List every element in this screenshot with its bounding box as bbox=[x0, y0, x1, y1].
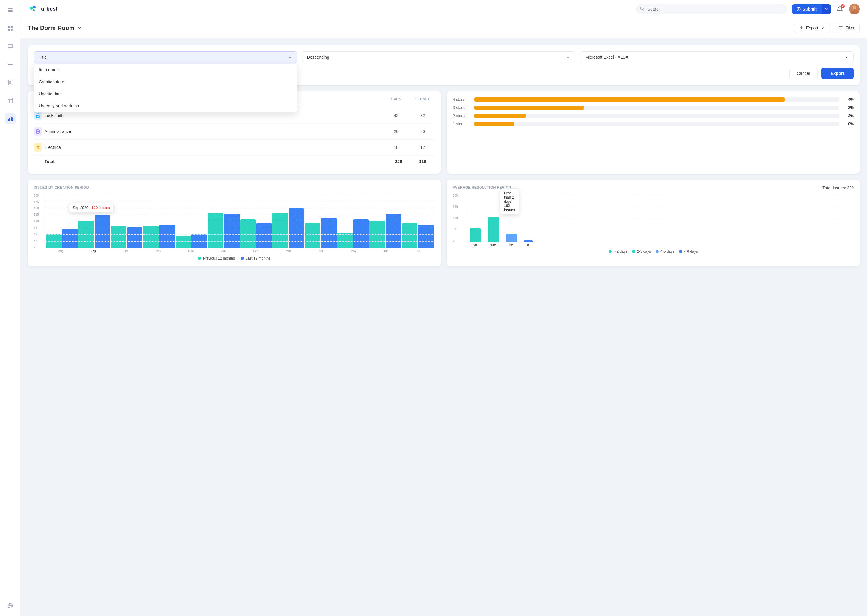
notifications-button[interactable]: 2 bbox=[834, 4, 845, 14]
res-bar-2 bbox=[488, 217, 499, 242]
legend-label-prev: Previous 12 months bbox=[203, 256, 235, 261]
x-label-Dec: Dec bbox=[175, 249, 207, 253]
property-title[interactable]: The Dorm Room bbox=[28, 25, 82, 31]
bar-last-Feb[interactable] bbox=[256, 223, 272, 248]
y-label-200: 200 bbox=[34, 194, 39, 197]
logo-text: urbest bbox=[41, 6, 57, 12]
bar-last-Jan[interactable] bbox=[224, 214, 240, 248]
filter-label: Filter bbox=[845, 25, 854, 30]
table-row: Electrical 18 12 bbox=[34, 140, 435, 156]
export-label: Export bbox=[806, 25, 818, 30]
total-label: Total: bbox=[34, 159, 386, 164]
sort-option-update-date[interactable]: Update date bbox=[34, 88, 297, 100]
bar-prev-Jul[interactable] bbox=[402, 223, 418, 248]
filter-button[interactable]: Filter bbox=[834, 23, 860, 33]
sort-label: Title bbox=[39, 55, 47, 60]
chevron-up-icon bbox=[288, 55, 292, 59]
bar-group-Jan bbox=[208, 213, 239, 248]
svg-rect-6 bbox=[11, 28, 13, 31]
bar-last-Jul[interactable] bbox=[418, 225, 434, 248]
svg-point-28 bbox=[33, 9, 35, 11]
issues-chart-area: 200 175 150 125 100 75 50 25 0 bbox=[34, 194, 435, 253]
res-bar-group-3 bbox=[506, 234, 517, 242]
bar-last-Sep[interactable] bbox=[95, 215, 110, 248]
legend-last: Last 12 months bbox=[241, 256, 270, 261]
bar-prev-Feb[interactable] bbox=[240, 219, 256, 248]
submit-arrow[interactable] bbox=[821, 4, 831, 14]
y-label-100: 100 bbox=[34, 220, 39, 223]
sidebar-item-messages[interactable] bbox=[5, 41, 16, 52]
svg-rect-18 bbox=[8, 119, 9, 121]
bar-prev-Oct[interactable] bbox=[111, 226, 126, 248]
cancel-button[interactable]: Cancel bbox=[789, 68, 818, 79]
bar-prev-May[interactable] bbox=[337, 233, 353, 248]
sort-option-item-name[interactable]: Item name bbox=[34, 64, 297, 76]
search-icon bbox=[640, 6, 644, 11]
bar-chart-area: Sep 2020 - 100 issues bbox=[44, 194, 435, 248]
star-bar-1 bbox=[474, 122, 839, 126]
row-icon-admin bbox=[34, 127, 42, 136]
sidebar-item-analytics[interactable] bbox=[5, 113, 16, 124]
bar-last-Oct[interactable] bbox=[127, 227, 143, 248]
sort-option-creation-date[interactable]: Creation date bbox=[34, 76, 297, 88]
bar-last-Jun[interactable] bbox=[386, 214, 401, 248]
submit-button[interactable]: Submit bbox=[792, 4, 831, 14]
res-y-labels: 200 150 100 50 0 bbox=[453, 194, 458, 242]
export-button[interactable]: Export bbox=[794, 23, 830, 33]
sidebar-item-invoice[interactable] bbox=[5, 77, 16, 88]
format-dropdown[interactable]: Microsoft Excel - XLSX bbox=[580, 52, 854, 63]
content: Title Item name Creation date Update dat… bbox=[20, 38, 867, 616]
bar-group-Jul bbox=[402, 223, 434, 248]
bar-group-Oct bbox=[111, 226, 142, 248]
sidebar-item-globe[interactable] bbox=[5, 600, 16, 611]
bar-prev-Mar[interactable] bbox=[273, 213, 288, 248]
notif-badge: 2 bbox=[840, 4, 845, 8]
sidebar-item-menu[interactable] bbox=[5, 5, 16, 16]
res-y-0: 0 bbox=[453, 239, 458, 242]
row-icon-electrical bbox=[34, 143, 42, 152]
bar-prev-Jan[interactable] bbox=[208, 213, 223, 248]
bar-last-May[interactable] bbox=[353, 219, 369, 248]
page-header: The Dorm Room Export Filter bbox=[20, 18, 867, 38]
bar-prev-Jun[interactable] bbox=[369, 221, 385, 248]
sort-dropdown[interactable]: Title bbox=[34, 52, 297, 63]
total-open: 226 bbox=[386, 159, 411, 164]
bar-prev-Aug[interactable] bbox=[46, 234, 62, 248]
bar-prev-Apr[interactable] bbox=[305, 223, 320, 248]
order-dropdown[interactable]: Descending bbox=[302, 52, 575, 63]
bar-last-Dec[interactable] bbox=[191, 234, 207, 248]
row-open-admin: 20 bbox=[384, 129, 408, 134]
svg-rect-20 bbox=[11, 117, 12, 121]
bar-last-Mar[interactable] bbox=[289, 209, 304, 248]
res-y-100: 100 bbox=[453, 217, 458, 220]
res-bar-group-2: Less than 2 days102 issues bbox=[488, 217, 499, 242]
search-input[interactable] bbox=[637, 4, 787, 14]
filter-icon bbox=[839, 26, 843, 30]
col-closed: Closed bbox=[411, 97, 435, 101]
bar-prev-Nov[interactable] bbox=[143, 226, 159, 248]
bar-last-Apr[interactable] bbox=[321, 218, 337, 248]
col-open: Open bbox=[384, 97, 408, 101]
res-chart-area: 200 150 100 50 0 bbox=[453, 194, 854, 247]
star-pct-3: 2% bbox=[843, 105, 854, 110]
row-name-locksmith: Locksmith bbox=[44, 113, 382, 118]
bar-prev-Dec[interactable] bbox=[175, 236, 191, 248]
export-action-button[interactable]: Export bbox=[821, 68, 854, 79]
bar-last-Nov[interactable] bbox=[159, 225, 175, 248]
avatar[interactable] bbox=[849, 4, 860, 14]
res-legend-2: 2-3 days bbox=[632, 249, 651, 253]
svg-line-30 bbox=[643, 9, 644, 10]
sidebar-item-table[interactable] bbox=[5, 95, 16, 106]
bar-prev-Sep[interactable] bbox=[78, 221, 94, 248]
row-icon-locksmith bbox=[34, 111, 42, 120]
sidebar-item-list[interactable] bbox=[5, 59, 16, 70]
legend-prev: Previous 12 months bbox=[198, 256, 235, 261]
bar-last-Aug[interactable] bbox=[62, 229, 78, 248]
x-label-Sep: Sep bbox=[77, 249, 110, 253]
svg-point-27 bbox=[33, 6, 36, 8]
sidebar-item-dashboard[interactable] bbox=[5, 23, 16, 34]
star-row-2: 2 stars 2% bbox=[453, 113, 854, 118]
issues-tooltip: Sep 2020 - 100 issues bbox=[69, 203, 114, 213]
y-label-150: 150 bbox=[34, 207, 39, 210]
sort-option-urgency[interactable]: Urgency and address bbox=[34, 100, 297, 112]
